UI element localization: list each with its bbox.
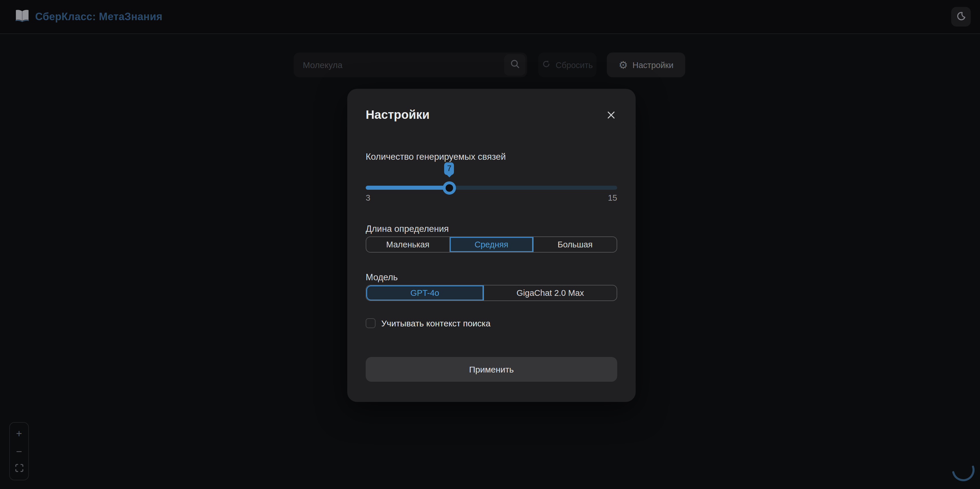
model-label: Модель [366, 272, 398, 283]
slider-label: Количество генерируемых связей [366, 152, 506, 162]
settings-button-label: Настройки [632, 60, 673, 70]
context-checkbox-label: Учитывать контекст поиска [381, 318, 491, 328]
context-checkbox[interactable] [366, 318, 375, 328]
search-input[interactable] [294, 52, 527, 77]
zoom-in-button[interactable]: + [12, 427, 26, 441]
option-gigachat[interactable]: GigaChat 2.0 Max [484, 286, 617, 300]
loading-spinner [952, 459, 975, 481]
zoom-out-button[interactable]: − [12, 444, 26, 458]
open-book-icon [14, 9, 30, 25]
moon-icon [955, 10, 967, 23]
theme-toggle-button[interactable] [951, 7, 971, 27]
map-zoom-controls: + − [9, 422, 29, 480]
option-gpt4o[interactable]: GPT-4o [366, 286, 484, 300]
slider-range-labels: 3 15 [366, 193, 617, 202]
reset-button[interactable]: Сбросить [538, 52, 597, 77]
definition-length-label: Длина определения [366, 224, 449, 234]
option-large[interactable]: Большая [533, 237, 617, 252]
apply-button[interactable]: Применить [366, 357, 617, 382]
option-medium[interactable]: Средняя [450, 237, 533, 252]
page-title: СберКласс: МетаЗнания [35, 11, 162, 23]
minus-icon: − [16, 444, 22, 458]
slider-min-label: 3 [366, 193, 370, 202]
reset-button-label: Сбросить [556, 60, 593, 70]
top-bar: СберКласс: МетаЗнания [0, 0, 980, 34]
gear-icon: ⚙ [619, 60, 628, 70]
option-small[interactable]: Маленькая [366, 237, 450, 252]
slider-fill [366, 186, 450, 190]
refresh-icon [542, 59, 551, 70]
settings-modal: Настройки Количество генерируемых связей… [347, 89, 636, 402]
fit-view-button[interactable] [12, 462, 26, 476]
app-canvas: СберКласс: МетаЗнания [0, 0, 980, 489]
search-field [294, 52, 527, 77]
modal-title: Настройки [366, 108, 430, 122]
settings-button[interactable]: ⚙ Настройки [607, 52, 685, 77]
model-segmented: GPT-4o GigaChat 2.0 Max [366, 285, 617, 301]
slider-thumb[interactable]: 7 [443, 181, 456, 194]
plus-icon: + [16, 427, 22, 441]
app-brand: СберКласс: МетаЗнания [14, 9, 162, 25]
links-count-slider[interactable]: 7 [366, 186, 617, 190]
context-checkbox-row[interactable]: Учитывать контекст поиска [366, 318, 491, 328]
search-icon [509, 58, 520, 71]
modal-close-button[interactable] [605, 110, 617, 122]
close-icon [606, 111, 615, 121]
definition-length-segmented: Маленькая Средняя Большая [366, 237, 617, 252]
fit-view-icon [15, 462, 23, 476]
slider-value-bubble: 7 [444, 162, 454, 175]
slider-max-label: 15 [608, 193, 617, 202]
search-button[interactable] [504, 54, 525, 76]
